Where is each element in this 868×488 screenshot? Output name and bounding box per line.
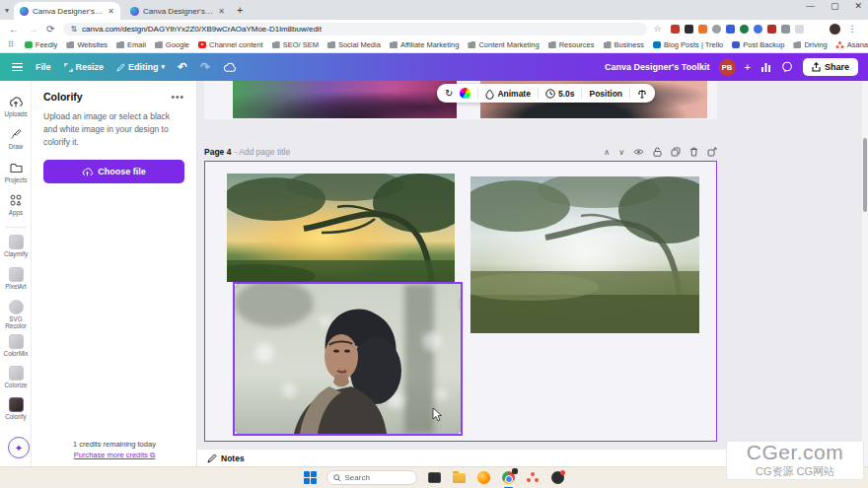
selection-corner-handle[interactable] [458,431,463,436]
sidebar-item-svg-recolor[interactable]: SVG Recolor [0,299,32,330]
bookmark-item[interactable]: Channel content [198,40,263,49]
maximize-button[interactable]: ▢ [831,1,839,11]
bookmark-item[interactable]: Feedly [25,40,58,49]
choose-file-button[interactable]: Choose file [43,160,184,183]
extension-icon-2[interactable] [685,25,693,34]
share-button[interactable]: Share [803,58,858,76]
bookmark-item[interactable]: Blog Posts | Trello [653,40,723,49]
address-bar[interactable]: ⇅ canva.com/design/DAGYlhYx2Z0/XB9wCrAOa… [63,23,647,35]
bookmark-item[interactable]: Content Marketing [468,40,539,49]
extension-icon-4[interactable] [712,25,721,34]
browser-tab-inactive[interactable]: Canva Designer's Toolkit - 192 ✕ [124,2,231,20]
selection-side-handle[interactable] [460,298,463,310]
sidebar-item-uploads[interactable]: Uploads [0,94,32,118]
sync-icon[interactable]: ↻ [445,88,453,99]
purchase-credits-link[interactable]: Purchase more credits ⧉ [74,451,155,460]
design-title[interactable]: Canva Designer's Toolkit [605,62,710,72]
page-scrollbar[interactable] [862,81,868,466]
move-page-up-icon[interactable]: ∧ [604,148,610,157]
start-button[interactable] [304,471,317,484]
back-icon[interactable]: ← [9,24,19,35]
hamburger-menu-icon[interactable] [12,61,23,73]
new-tab-button[interactable]: + [237,4,243,16]
file-menu[interactable]: File [36,62,51,72]
move-page-down-icon[interactable]: ∨ [618,148,624,157]
extensions-puzzle-icon[interactable] [795,25,804,34]
page-canvas-selected[interactable] [204,161,717,442]
add-page-icon[interactable] [707,147,717,157]
hide-page-eye-icon[interactable] [633,148,644,156]
misty-tree-photo[interactable] [470,176,699,333]
selection-corner-handle[interactable] [233,431,238,436]
sidebar-item-claymify[interactable]: Claymify [0,234,32,258]
scrollbar-thumb[interactable] [863,138,867,212]
bookmark-item[interactable]: Email [116,40,146,49]
editing-mode-dropdown[interactable]: Editing ▾ [116,62,165,72]
extension-icon-6[interactable] [740,25,749,34]
reload-icon[interactable]: ⟳ [46,24,54,35]
bookmark-item[interactable]: Resources [548,40,595,49]
position-button[interactable]: Position [589,89,622,99]
undo-button[interactable]: ↶ [178,60,187,74]
sidebar-item-draw[interactable]: Draw [0,126,32,151]
redo-button[interactable]: ↷ [200,60,210,74]
bookmark-item[interactable]: Business [604,40,644,49]
file-explorer-icon[interactable] [452,470,467,485]
bookmark-item[interactable]: Driving [793,40,827,49]
duration-button[interactable]: 5.0s [545,89,575,99]
bookmark-item[interactable]: Websites [66,40,108,49]
taskbar-search[interactable]: Search [326,470,417,485]
duplicate-page-icon[interactable] [671,147,681,157]
sidebar-item-pixelart[interactable]: PixelArt [0,266,32,291]
invite-member-button[interactable]: + [745,61,751,73]
insights-chart-icon[interactable] [760,61,772,74]
browser-tab-active[interactable]: Canva Designer's Toolkit - 192 ✕ [14,2,120,20]
animate-button[interactable]: Animate [485,89,531,99]
sidebar-item-colorify-active[interactable]: Colorify [0,396,32,421]
scales-icon[interactable] [637,89,647,99]
close-button[interactable]: ✕ [854,1,862,11]
firefox-icon[interactable] [476,470,491,485]
delete-page-icon[interactable] [689,147,698,157]
tab-close-icon[interactable]: ✕ [218,7,225,16]
comment-icon[interactable] [781,61,794,74]
bookmark-item[interactable]: Asana [836,40,868,49]
sidebar-item-colorize[interactable]: Colorize [0,365,32,389]
extension-icon-5[interactable] [726,25,735,34]
bookmark-item[interactable]: SEO/ SEM [272,40,319,49]
user-avatar[interactable]: PB [719,59,736,76]
minimize-button[interactable]: — [806,1,815,11]
extension-icon-8[interactable] [767,25,776,34]
recorder-app-icon[interactable] [550,470,565,485]
bookmark-item[interactable]: Affiliate Marketing [390,40,459,49]
resize-button[interactable]: Resize [64,62,105,72]
extension-icon-7[interactable] [754,25,762,34]
forward-icon[interactable]: → [28,24,37,35]
site-info-icon[interactable]: ⇅ [70,25,77,34]
bookmark-item[interactable]: Google [155,40,189,49]
chrome-icon-active[interactable] [501,470,516,485]
browser-menu-icon[interactable]: ⋮ [847,24,856,34]
sunrise-tree-photo[interactable] [227,174,455,282]
asana-app-icon[interactable] [526,470,541,485]
woman-portrait-photo-selected[interactable] [233,282,463,436]
browser-profile-avatar[interactable] [830,24,840,35]
tab-search-chevron-icon[interactable]: ▾ [5,6,9,15]
canva-assistant-button[interactable]: ✦ [8,437,30,458]
extension-icon-3[interactable] [698,25,707,34]
color-wheel-icon[interactable] [460,88,470,99]
tab-close-icon[interactable]: ✕ [108,7,114,16]
bookmark-item[interactable]: Social Media [327,40,381,49]
apps-grid-icon[interactable]: ⠿ [8,40,15,49]
gradient-people-photo[interactable] [233,81,457,118]
page-title-input[interactable]: - Add page title [234,147,290,157]
lock-page-icon[interactable] [653,147,662,157]
sidebar-item-projects[interactable]: Projects [0,160,32,184]
panel-more-icon[interactable]: ••• [171,92,184,103]
extension-icon-1[interactable] [671,25,680,34]
sidebar-item-apps[interactable]: Apps [0,192,32,217]
taskbar-monitor-app-icon[interactable] [427,470,442,485]
bookmark-star-icon[interactable]: ☆ [653,24,661,34]
bookmark-item[interactable]: Post Backup [732,40,784,49]
notes-button[interactable]: Notes [207,453,245,463]
